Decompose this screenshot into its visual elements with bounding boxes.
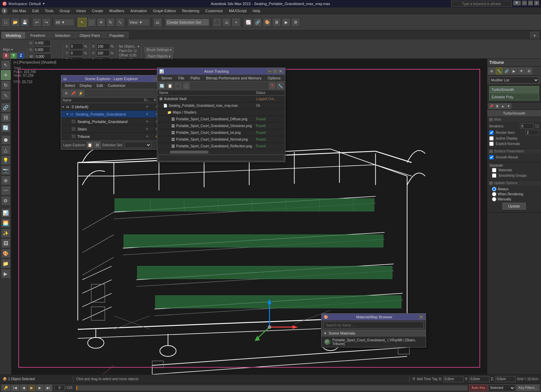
smoothing-groups-checkbox[interactable] bbox=[492, 173, 496, 178]
axis-y-btn[interactable]: Y bbox=[10, 53, 17, 59]
create-selection-set[interactable]: Create Selection Sel bbox=[165, 19, 209, 26]
update-expand-icon[interactable]: − bbox=[489, 181, 493, 185]
layer-btn[interactable]: 🗂 bbox=[153, 18, 162, 27]
se-footer-btn1[interactable]: 📋 bbox=[87, 142, 93, 148]
rp-icon-motion[interactable]: ▶ bbox=[511, 68, 517, 74]
rp-icon-display[interactable]: 👁 bbox=[518, 68, 525, 74]
mod-del-btn[interactable]: 🗑 bbox=[494, 103, 500, 109]
at-row-diffuse[interactable]: 🖼 Portable_Sport_Court_Grandstand_Diffus… bbox=[157, 116, 285, 123]
link-btn[interactable]: 🔗 bbox=[1, 103, 10, 112]
mb-close-btn[interactable]: ✕ bbox=[419, 315, 424, 319]
se-tool-2[interactable]: 📌 bbox=[70, 90, 77, 97]
snap-btn[interactable]: ⌖ bbox=[232, 18, 240, 27]
mb-material-item[interactable]: Portable_Sport_Court_Grandstand_ ( VRayM… bbox=[322, 337, 426, 347]
at-menu-file[interactable]: File bbox=[175, 75, 187, 81]
at-hscrollbar[interactable] bbox=[157, 150, 285, 154]
key-mode-btn[interactable]: 🔑 bbox=[1, 385, 10, 391]
at-row-reflection[interactable]: 🖼 Portable_Sport_Court_Grandstand_Reflec… bbox=[157, 143, 285, 150]
se-menu-display[interactable]: Display bbox=[78, 83, 94, 88]
tab-populate[interactable]: Populate bbox=[105, 32, 128, 39]
iterations-input[interactable] bbox=[520, 123, 534, 129]
menu-maxscript[interactable]: MAXScript bbox=[226, 8, 249, 14]
prev-frame-btn[interactable]: ◀ bbox=[20, 385, 27, 391]
menu-rendering[interactable]: Rendering bbox=[179, 8, 202, 14]
next-key-btn[interactable]: ▶| bbox=[44, 385, 53, 391]
at-tool-1[interactable]: 🔄 bbox=[159, 82, 165, 89]
lights-btn[interactable]: 💡 bbox=[1, 155, 10, 165]
se-menu-edit[interactable]: Edit bbox=[95, 83, 105, 88]
se-row-0[interactable]: ▸ 🗂 0 (default) ✳ ✳ 👁 bbox=[61, 103, 172, 111]
render-btn[interactable]: ▶ bbox=[282, 18, 290, 27]
rotate-tool-btn[interactable]: ↻ bbox=[1, 80, 10, 90]
manually-radio[interactable] bbox=[492, 197, 496, 201]
viewport-area[interactable]: [+] [Perspective] [Shaded] Total Polys: … bbox=[11, 59, 487, 374]
at-tool-5[interactable]: ❓ bbox=[269, 82, 276, 89]
auto-key-btn[interactable]: Auto Key bbox=[469, 385, 488, 391]
search-box[interactable]: Type a keyword or phrase bbox=[451, 1, 512, 7]
at-row-maxfile[interactable]: 📄 Seating_Portable_Grandstand_max_vray.m… bbox=[157, 102, 285, 109]
select-btn[interactable]: ↖ bbox=[78, 18, 87, 27]
key-filters-btn[interactable]: Key Filters... bbox=[516, 385, 540, 391]
workspace-dropdown[interactable]: 🎯 Workspace: Default ▼ bbox=[2, 1, 45, 6]
v-input[interactable] bbox=[33, 47, 50, 53]
se-row-2[interactable]: ⬛ Seating_Portable_Grandstand ✳ ✳ 👁 bbox=[61, 118, 172, 125]
rp-icon-hierarchy[interactable]: 🔗 bbox=[503, 68, 510, 74]
sy-input[interactable] bbox=[96, 50, 110, 56]
prev-key-btn[interactable]: |◀ bbox=[11, 385, 19, 391]
axis-x-btn[interactable]: X bbox=[3, 53, 9, 59]
u-input[interactable] bbox=[34, 40, 51, 46]
modifier-editable-poly[interactable]: Editable Poly bbox=[489, 94, 539, 100]
se-row-4[interactable]: ⬛ Tribune ✳ ✳ 👁 bbox=[61, 133, 172, 140]
at-row-glossines[interactable]: 🖼 Portable_Sport_Court_Grandstand_Glossi… bbox=[157, 123, 285, 129]
menu-customize[interactable]: Customize bbox=[203, 8, 226, 14]
search-btn[interactable]: 🔍 bbox=[513, 1, 521, 5]
y-input[interactable] bbox=[69, 50, 83, 56]
se-row-3[interactable]: ⬛ Stairs ✳ ✳ 👁 bbox=[61, 125, 172, 133]
at-minimize-btn[interactable]: ─ bbox=[267, 69, 272, 74]
rp-icon-utilities[interactable]: ⚙ bbox=[525, 68, 532, 74]
open-btn[interactable]: 📂 bbox=[11, 18, 20, 27]
active-shade-btn[interactable]: ⚙ bbox=[291, 18, 300, 27]
save-btn[interactable]: 💾 bbox=[20, 18, 29, 27]
paint-objects-btn[interactable]: Paint Objects ▾ bbox=[145, 53, 173, 59]
se-menu-select[interactable]: Select bbox=[63, 83, 77, 88]
environment-btn[interactable]: 🌅 bbox=[1, 218, 10, 228]
tab-freeform[interactable]: Freeform bbox=[26, 32, 50, 39]
menu-help[interactable]: Help bbox=[250, 8, 263, 14]
se-menu-customize[interactable]: Customize bbox=[106, 83, 127, 88]
at-tool-6[interactable]: 🔧 bbox=[277, 82, 284, 89]
menu-modifiers[interactable]: Modifiers bbox=[107, 8, 127, 14]
cameras-btn[interactable]: 📷 bbox=[1, 166, 10, 175]
mb-search-input[interactable] bbox=[324, 322, 424, 328]
menu-3dsmax[interactable]: 3ds Max bbox=[9, 8, 29, 14]
time-slider[interactable] bbox=[76, 386, 467, 390]
se-footer-btn2[interactable]: ⚙ bbox=[94, 142, 101, 148]
render-setup-btn[interactable]: 🖥 bbox=[272, 18, 281, 27]
next-frame-btn[interactable]: ▶ bbox=[36, 385, 44, 391]
menu-views[interactable]: Views bbox=[73, 8, 89, 14]
ref-coord[interactable]: View ▼ bbox=[128, 19, 150, 26]
schematic-view-left-btn[interactable]: 📊 bbox=[1, 208, 10, 218]
scale-tool-btn[interactable]: ⤡ bbox=[1, 91, 10, 100]
at-menu-server[interactable]: Server bbox=[159, 75, 175, 81]
smooth-result-checkbox[interactable] bbox=[489, 155, 494, 160]
render-iters-input[interactable] bbox=[525, 130, 539, 135]
modifier-turbosmooth[interactable]: TurboSmooth bbox=[489, 86, 539, 93]
tab-modeling[interactable]: Modeling bbox=[1, 32, 25, 39]
at-tool-4[interactable]: ⬚ bbox=[183, 82, 190, 89]
at-tool-2[interactable]: 📋 bbox=[167, 82, 173, 89]
menu-animation[interactable]: Animation bbox=[128, 8, 150, 14]
tab-object-paint[interactable]: Object Paint bbox=[75, 32, 104, 39]
at-filter-input[interactable] bbox=[159, 155, 284, 161]
close-btn[interactable]: ✕ bbox=[534, 1, 539, 5]
y-coord-input[interactable] bbox=[469, 376, 490, 382]
always-radio[interactable] bbox=[492, 187, 496, 191]
new-btn[interactable]: □ bbox=[1, 18, 10, 27]
render-iters-checkbox[interactable] bbox=[489, 130, 494, 135]
align-btn[interactable]: ⚌ bbox=[222, 18, 231, 27]
play-btn[interactable]: ▶ bbox=[28, 385, 36, 391]
at-row-maps[interactable]: 📁 Maps / Shaders bbox=[157, 109, 285, 116]
mirror-btn[interactable]: ⬛ bbox=[213, 18, 221, 27]
effects-btn[interactable]: ✨ bbox=[1, 228, 10, 238]
scale-btn[interactable]: ⤡ bbox=[116, 18, 124, 27]
